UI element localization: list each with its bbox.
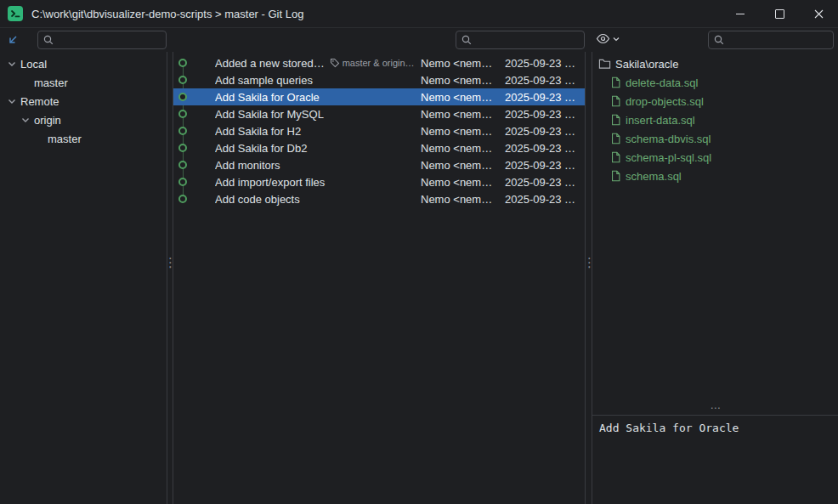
commit-message: Add Sakila for Oracle xyxy=(215,91,320,104)
chevron-down-icon[interactable] xyxy=(5,57,19,71)
commits-panel: Added a new stored… master & origin… Nem… xyxy=(173,52,586,504)
commit-node-icon xyxy=(178,127,187,135)
branch-group-local[interactable]: Local xyxy=(0,54,167,73)
maximize-icon xyxy=(775,9,784,19)
horizontal-splitter-handle[interactable]: ⋯ xyxy=(592,405,838,415)
vertical-splitter-left[interactable]: ⋮ xyxy=(164,256,173,269)
branch-search-input[interactable] xyxy=(58,33,161,48)
commit-author: Nemo <nem… xyxy=(421,125,505,138)
commit-refs: master & origin… xyxy=(330,58,415,68)
maximize-button[interactable] xyxy=(760,0,799,27)
commit-row[interactable]: Add monitors Nemo <nem… 2025-09-23 … xyxy=(173,156,585,173)
file-icon xyxy=(610,76,621,88)
file-name: schema-pl-sql.sql xyxy=(626,151,711,164)
chevron-down-icon xyxy=(612,35,620,43)
commit-message: Add Sakila for H2 xyxy=(215,125,301,138)
commit-date: 2025-09-23 … xyxy=(505,159,585,172)
file-icon xyxy=(610,170,621,182)
changed-files-tree: Sakila\oracle delete-data.sql drop-objec… xyxy=(592,52,838,405)
file-item[interactable]: insert-data.sql xyxy=(592,110,838,129)
search-icon xyxy=(42,34,54,46)
branch-group-remote[interactable]: Remote xyxy=(0,92,167,110)
chevron-down-icon[interactable] xyxy=(5,94,19,108)
branch-item-master-local[interactable]: master xyxy=(0,73,167,92)
commit-date: 2025-09-23 … xyxy=(505,57,585,70)
file-item[interactable]: drop-objects.sql xyxy=(592,92,838,110)
commit-node-icon xyxy=(178,195,187,203)
commit-node-icon xyxy=(178,144,187,152)
commit-search xyxy=(456,31,585,49)
file-item[interactable]: schema-pl-sql.sql xyxy=(592,148,838,167)
commit-row[interactable]: Add sample queries Nemo <nem… 2025-09-23… xyxy=(173,71,585,88)
commit-message: Add import/export files xyxy=(215,176,325,189)
minimize-button[interactable] xyxy=(721,0,760,27)
titlebar: C:\work\git\dbvisualizer-demo-scripts > … xyxy=(0,0,838,28)
navigate-arrow-icon[interactable] xyxy=(7,34,19,46)
window-controls xyxy=(721,0,838,27)
file-item[interactable]: schema.sql xyxy=(592,167,838,185)
commit-date: 2025-09-23 … xyxy=(505,193,585,206)
commit-row[interactable]: Added a new stored… master & origin… Nem… xyxy=(173,54,585,71)
commit-row[interactable]: Add Sakila for Db2 Nemo <nem… 2025-09-23… xyxy=(173,139,585,156)
commit-node-icon xyxy=(178,178,187,186)
visibility-filter-button[interactable] xyxy=(596,33,620,44)
window-title: C:\work\git\dbvisualizer-demo-scripts > … xyxy=(31,8,303,20)
file-search-input[interactable] xyxy=(728,33,829,48)
file-icon xyxy=(610,151,621,163)
commit-date: 2025-09-23 … xyxy=(505,91,585,104)
branch-group-label: Local xyxy=(20,58,47,71)
commit-row[interactable]: Add import/export files Nemo <nem… 2025-… xyxy=(173,173,585,190)
commit-date: 2025-09-23 … xyxy=(505,108,585,121)
commit-message: Added a new stored… xyxy=(215,57,325,70)
commit-date: 2025-09-23 … xyxy=(505,74,585,87)
search-icon xyxy=(713,34,725,46)
file-name: schema-dbvis.sql xyxy=(626,133,711,145)
file-name: insert-data.sql xyxy=(626,114,695,127)
close-button[interactable] xyxy=(799,0,838,27)
commit-date: 2025-09-23 … xyxy=(505,125,585,138)
commit-search-input[interactable] xyxy=(476,33,580,48)
content: Local master Remote origin master xyxy=(0,52,838,504)
file-name: delete-data.sql xyxy=(626,76,698,89)
commit-author: Nemo <nem… xyxy=(421,176,505,189)
file-name: schema.sql xyxy=(626,170,682,183)
tag-icon xyxy=(330,58,340,68)
branch-item-master-origin[interactable]: master xyxy=(0,129,167,148)
files-panel: Sakila\oracle delete-data.sql drop-objec… xyxy=(592,52,838,504)
folder-icon xyxy=(598,58,611,70)
branch-group-origin[interactable]: origin xyxy=(0,110,167,129)
branch-label: master xyxy=(34,76,68,89)
chevron-down-icon[interactable] xyxy=(19,113,32,127)
commit-author: Nemo <nem… xyxy=(421,57,505,70)
commit-message: Add monitors xyxy=(215,159,280,172)
app-icon xyxy=(8,6,23,21)
file-tree-root[interactable]: Sakila\oracle xyxy=(592,54,838,73)
commit-row[interactable]: Add code objects Nemo <nem… 2025-09-23 … xyxy=(173,190,585,207)
file-item[interactable]: schema-dbvis.sql xyxy=(592,129,838,148)
toolbar xyxy=(0,28,838,52)
branch-search xyxy=(37,31,167,49)
commit-node-icon xyxy=(178,93,187,101)
branch-group-label: origin xyxy=(34,114,61,127)
commit-row[interactable]: Add Sakila for MySQL Nemo <nem… 2025-09-… xyxy=(173,105,585,122)
eye-icon xyxy=(596,33,610,44)
file-name: drop-objects.sql xyxy=(626,95,704,108)
file-icon xyxy=(610,114,621,126)
file-tree-root-label: Sakila\oracle xyxy=(615,58,678,71)
commit-row[interactable]: Add Sakila for H2 Nemo <nem… 2025-09-23 … xyxy=(173,122,585,139)
branch-group-label: Remote xyxy=(20,95,59,108)
commit-row-selected[interactable]: Add Sakila for Oracle Nemo <nem… 2025-09… xyxy=(173,88,585,105)
commit-author: Nemo <nem… xyxy=(421,142,505,155)
commit-message: Add code objects xyxy=(215,193,300,206)
file-icon xyxy=(610,95,621,107)
commit-date: 2025-09-23 … xyxy=(505,176,585,189)
commit-author: Nemo <nem… xyxy=(421,91,505,104)
commit-message-details: Add Sakila for Oracle xyxy=(592,415,838,504)
commit-author: Nemo <nem… xyxy=(421,159,505,172)
vertical-splitter-right[interactable]: ⋮ xyxy=(583,256,592,269)
commit-author: Nemo <nem… xyxy=(421,108,505,121)
search-icon xyxy=(461,34,473,46)
file-item[interactable]: delete-data.sql xyxy=(592,73,838,92)
commit-node-icon xyxy=(178,76,187,84)
commit-list: Added a new stored… master & origin… Nem… xyxy=(173,52,585,207)
